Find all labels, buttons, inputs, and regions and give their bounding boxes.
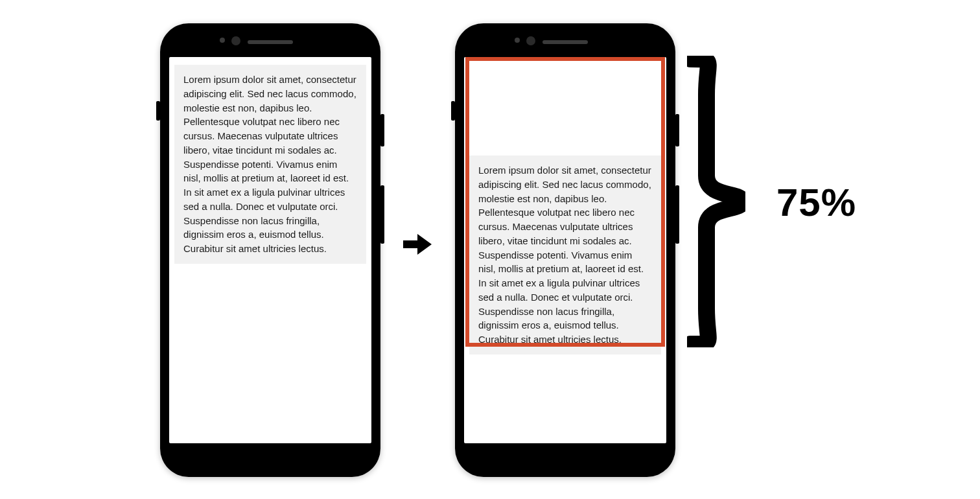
phone-sensor-icon	[515, 38, 520, 43]
lorem-text-before: Lorem ipsum dolor sit amet, consectetur …	[174, 65, 366, 264]
curly-brace-icon	[687, 56, 745, 347]
phone-camera-icon	[526, 36, 535, 45]
phone-side-button	[156, 101, 160, 121]
phone-side-button	[380, 185, 384, 244]
phone-side-button	[675, 185, 679, 244]
phone-screen-after: Lorem ipsum dolor sit amet, consectetur …	[464, 57, 666, 443]
lorem-text-after: Lorem ipsum dolor sit amet, consectetur …	[469, 156, 661, 354]
phone-side-button	[451, 101, 455, 121]
phone-screen-before: Lorem ipsum dolor sit amet, consectetur …	[169, 57, 371, 443]
diagram-stage: Lorem ipsum dolor sit amet, consectetur …	[0, 0, 980, 499]
phone-after: Lorem ipsum dolor sit amet, consectetur …	[455, 23, 675, 477]
phone-side-button	[380, 114, 384, 146]
phone-sensor-icon	[220, 38, 225, 43]
percentage-label: 75%	[776, 180, 856, 225]
phone-camera-icon	[231, 36, 240, 45]
arrow-right-icon	[402, 228, 434, 261]
phone-before: Lorem ipsum dolor sit amet, consectetur …	[160, 23, 380, 477]
phone-side-button	[675, 114, 679, 146]
